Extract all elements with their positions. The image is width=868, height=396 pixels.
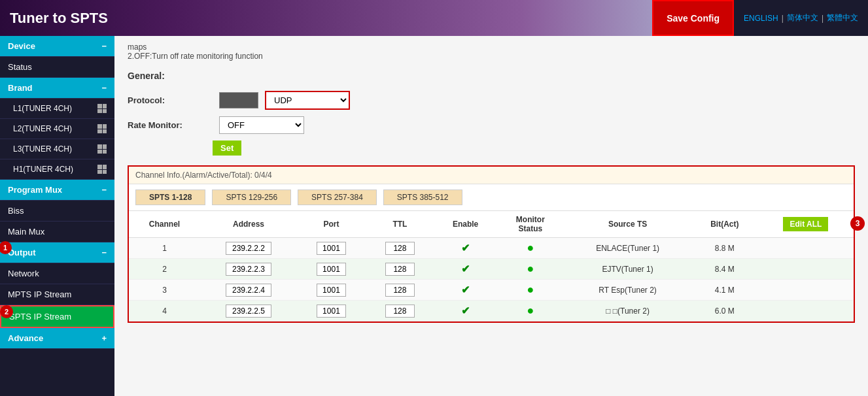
sidebar: Device − Status Brand − L1(TUNER 4CH) L2… bbox=[0, 36, 114, 396]
header: Tuner to SPTS Save Config ENGLISH | 简体中文… bbox=[0, 0, 868, 36]
sidebar-item-l3[interactable]: L3(TUNER 4CH) bbox=[0, 139, 114, 159]
spts-badge: 2 bbox=[0, 305, 13, 318]
advance-expand-icon: + bbox=[101, 333, 107, 343]
channel-3-port bbox=[297, 280, 366, 301]
lang-english[interactable]: ENGLISH bbox=[744, 14, 778, 23]
sidebar-label-status: Status bbox=[8, 62, 32, 72]
rate-monitor-label: Rate Monitor: bbox=[128, 120, 213, 130]
channel-3-enable: ✔ bbox=[434, 280, 496, 301]
band-collapse-icon: − bbox=[101, 83, 107, 93]
sidebar-item-output[interactable]: Output − 1 bbox=[0, 242, 114, 263]
sidebar-label-spts: SPTS IP Stream bbox=[9, 312, 71, 322]
channel-2-address bbox=[200, 259, 297, 280]
ttl-input-3[interactable] bbox=[385, 284, 415, 297]
edit-all-button[interactable]: Edit ALL bbox=[783, 217, 828, 231]
table-row: 1 ✔ ● ENLACE(Tuner 1) 8.8 M bbox=[129, 238, 854, 259]
channel-2-source-ts: EJTV(Tuner 1) bbox=[564, 259, 691, 280]
channel-4-action bbox=[758, 301, 854, 322]
main-content: ForoISP maps 2.OFF:Turn off rate monitor… bbox=[114, 36, 868, 396]
sidebar-item-band[interactable]: Brand − bbox=[0, 78, 114, 99]
lang-chinese-simplified[interactable]: 简体中文 bbox=[787, 12, 818, 24]
monitor-dot-4: ● bbox=[527, 304, 534, 317]
sidebar-item-status[interactable]: Status bbox=[0, 57, 114, 78]
address-input-3[interactable] bbox=[226, 284, 271, 297]
protocol-label: Protocol: bbox=[128, 95, 213, 105]
port-input-4[interactable] bbox=[317, 305, 346, 318]
port-input-3[interactable] bbox=[317, 284, 346, 297]
channel-4-port bbox=[297, 301, 366, 322]
info-line2: 2.OFF:Turn off rate monitoring function bbox=[128, 52, 855, 61]
sidebar-item-biss[interactable]: Biss bbox=[0, 201, 114, 222]
sidebar-label-device: Device bbox=[8, 41, 35, 51]
channel-2-port bbox=[297, 259, 366, 280]
channel-4-monitor: ● bbox=[496, 301, 564, 322]
channel-1-source-ts: ENLACE(Tuner 1) bbox=[564, 238, 691, 259]
channel-4-bit-act: 6.0 M bbox=[691, 301, 758, 322]
set-button[interactable]: Set bbox=[213, 140, 241, 156]
enable-check-3: ✔ bbox=[461, 284, 470, 295]
channel-1-num: 1 bbox=[129, 238, 200, 259]
channel-1-enable: ✔ bbox=[434, 238, 496, 259]
sidebar-item-l2[interactable]: L2(TUNER 4CH) bbox=[0, 119, 114, 139]
channel-3-address bbox=[200, 280, 297, 301]
sidebar-label-advance: Advance bbox=[8, 333, 43, 343]
protocol-select[interactable]: UDP RTP bbox=[265, 91, 350, 110]
lang-chinese-traditional[interactable]: 繁體中文 bbox=[827, 12, 858, 24]
port-input-1[interactable] bbox=[317, 242, 346, 255]
table-row: 3 ✔ ● RT Esp(Tuner 2) 4.1 M bbox=[129, 280, 854, 301]
sidebar-item-spts[interactable]: SPTS IP Stream 2 bbox=[0, 305, 114, 328]
channel-table: Channel Address Port TTL Enable MonitorS… bbox=[129, 211, 854, 322]
channel-4-source-ts: □ □(Tuner 2) bbox=[564, 301, 691, 322]
channel-4-enable: ✔ bbox=[434, 301, 496, 322]
channel-3-action bbox=[758, 280, 854, 301]
enable-check-1: ✔ bbox=[461, 242, 470, 254]
sidebar-label-biss: Biss bbox=[8, 206, 24, 216]
tab-spts-385-512[interactable]: SPTS 385-512 bbox=[383, 190, 462, 205]
tab-spts-1-128[interactable]: SPTS 1-128 bbox=[135, 190, 205, 205]
channel-2-enable: ✔ bbox=[434, 259, 496, 280]
channel-4-num: 4 bbox=[129, 301, 200, 322]
language-bar: ENGLISH | 简体中文 | 繁體中文 bbox=[734, 0, 868, 36]
sidebar-item-device[interactable]: Device − bbox=[0, 36, 114, 57]
address-input-2[interactable] bbox=[226, 263, 271, 276]
tab-spts-257-384[interactable]: SPTS 257-384 bbox=[298, 190, 377, 205]
page-title: Tuner to SPTS bbox=[10, 10, 108, 27]
program-mux-collapse-icon: − bbox=[101, 185, 107, 195]
address-input-4[interactable] bbox=[226, 305, 271, 318]
channel-2-action bbox=[758, 259, 854, 280]
sidebar-item-h1[interactable]: H1(TUNER 4CH) bbox=[0, 159, 114, 180]
sidebar-item-l1[interactable]: L1(TUNER 4CH) bbox=[0, 99, 114, 119]
channel-1-ttl bbox=[366, 238, 434, 259]
channel-2-ttl bbox=[366, 259, 434, 280]
sidebar-item-mpts[interactable]: MPTS IP Stream bbox=[0, 284, 114, 305]
monitor-dot-1: ● bbox=[527, 241, 534, 254]
output-collapse-icon: − bbox=[101, 248, 107, 257]
sidebar-label-l1: L1(TUNER 4CH) bbox=[13, 104, 72, 113]
sidebar-label-mpts: MPTS IP Stream bbox=[8, 289, 71, 299]
ttl-input-4[interactable] bbox=[385, 305, 415, 318]
sidebar-item-advance[interactable]: Advance + bbox=[0, 328, 114, 349]
h1-grid-icon bbox=[97, 165, 107, 174]
sidebar-label-band: Brand bbox=[8, 83, 33, 93]
sidebar-item-main-mux[interactable]: Main Mux bbox=[0, 222, 114, 242]
l1-grid-icon bbox=[97, 104, 107, 113]
table-row: 4 ✔ ● □ □(Tuner 2) 6.0 M bbox=[129, 301, 854, 322]
channel-info-bar: Channel Info.(Alarm/Active/Total): 0/4/4 bbox=[129, 167, 854, 184]
main-layout: Device − Status Brand − L1(TUNER 4CH) L2… bbox=[0, 36, 868, 396]
col-actions: Edit ALL bbox=[758, 211, 854, 238]
channel-3-ttl bbox=[366, 280, 434, 301]
channel-container: Channel Info.(Alarm/Active/Total): 0/4/4… bbox=[128, 165, 855, 323]
rate-monitor-select[interactable]: OFF ON bbox=[219, 116, 304, 134]
save-config-button[interactable]: Save Config bbox=[652, 0, 734, 36]
sidebar-label-output: Output bbox=[8, 248, 36, 257]
ttl-input-2[interactable] bbox=[385, 263, 415, 276]
channel-3-bit-act: 4.1 M bbox=[691, 280, 758, 301]
address-input-1[interactable] bbox=[226, 242, 271, 255]
set-button-row: Set bbox=[213, 140, 855, 156]
ttl-input-1[interactable] bbox=[385, 242, 415, 255]
sidebar-item-program-mux[interactable]: Program Mux − bbox=[0, 180, 114, 201]
tab-spts-129-256[interactable]: SPTS 129-256 bbox=[212, 190, 291, 205]
sidebar-item-network[interactable]: Network bbox=[0, 263, 114, 284]
port-input-2[interactable] bbox=[317, 263, 346, 276]
sidebar-label-l3: L3(TUNER 4CH) bbox=[13, 144, 72, 154]
